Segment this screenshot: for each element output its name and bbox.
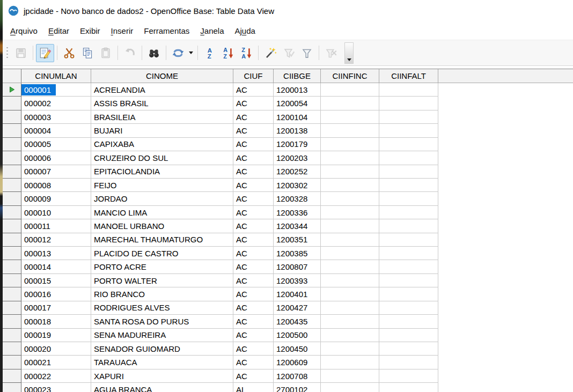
row-header[interactable] [3,287,21,301]
cell-ciinfinc[interactable] [321,192,379,205]
cell-ciinfalt[interactable] [379,206,438,219]
cell-ciinfinc[interactable] [321,329,379,342]
autofilter-icon[interactable] [261,44,280,62]
cell-ciinfinc[interactable] [321,110,379,124]
cell-cinumlan[interactable]: 000018 [21,315,91,328]
cell-ciibge[interactable]: 1200427 [274,301,321,315]
cell-ciinfalt[interactable] [379,301,438,315]
cell-cinumlan[interactable]: 000015 [21,274,91,287]
cell-ciuf[interactable]: AC [233,165,274,179]
cell-ciuf[interactable]: AC [233,260,274,273]
cell-cinome[interactable]: SENA MADUREIRA [91,329,233,342]
menu-ajuda[interactable]: Ajuda [230,24,261,38]
cell-ciinfalt[interactable] [379,274,438,287]
cell-cinome[interactable]: PORTO ACRE [91,260,233,273]
row-header[interactable] [3,83,21,97]
cell-ciinfalt[interactable] [379,383,438,392]
cell-ciibge[interactable]: 1200179 [274,138,321,151]
cell-ciibge[interactable]: 1200393 [274,274,321,287]
cell-ciuf[interactable]: AC [233,247,274,260]
cell-ciuf[interactable]: AL [233,383,274,392]
row-header-corner[interactable] [3,69,21,83]
cell-ciuf[interactable]: AC [233,369,274,383]
cell-ciibge[interactable]: 1200401 [274,287,321,301]
toolbar-drag-handle[interactable] [5,47,10,60]
cell-ciinfinc[interactable] [321,356,379,369]
cell-ciinfalt[interactable] [379,124,438,137]
cell-cinome[interactable]: ASSIS BRASIL [91,97,233,110]
cell-ciinfalt[interactable] [379,151,438,165]
sort-ascending-icon[interactable]: AZ [219,44,237,62]
cell-ciibge[interactable]: 1200344 [274,219,321,233]
cell-ciinfinc[interactable] [321,97,379,110]
cell-cinumlan[interactable]: 000021 [21,356,91,369]
cell-ciinfalt[interactable] [379,165,438,179]
cell-ciinfalt[interactable] [379,233,438,247]
cell-ciuf[interactable]: AC [233,124,274,137]
cell-ciuf[interactable]: AC [233,329,274,342]
cell-ciinfalt[interactable] [379,329,438,342]
find-record-icon[interactable] [145,44,163,62]
cell-cinome[interactable]: CAPIXABA [91,138,233,151]
cell-ciibge[interactable]: 1200807 [274,260,321,273]
menu-janela[interactable]: Janela [195,24,229,38]
row-header[interactable] [3,315,21,328]
cell-ciinfinc[interactable] [321,315,379,328]
cell-cinome[interactable]: ACRELANDIA [91,83,233,97]
cell-cinome[interactable]: FEIJO [91,179,233,192]
cell-ciinfinc[interactable] [321,342,379,356]
cell-ciinfinc[interactable] [321,151,379,165]
menu-editar[interactable]: Editar [43,24,75,38]
row-header[interactable] [3,219,21,233]
cell-ciuf[interactable]: AC [233,179,274,192]
cell-cinome[interactable]: PORTO WALTER [91,274,233,287]
cell-cinome[interactable]: SENADOR GUIOMARD [91,342,233,356]
cell-ciuf[interactable]: AC [233,287,274,301]
cell-ciinfalt[interactable] [379,247,438,260]
cell-ciuf[interactable]: AC [233,83,274,97]
cell-ciibge[interactable]: 1200450 [274,342,321,356]
cell-cinumlan[interactable]: 000008 [21,179,91,192]
cell-cinome[interactable]: TARAUACA [91,356,233,369]
sort-descending-icon[interactable]: ZA [237,44,255,62]
cell-cinumlan[interactable]: 000020 [21,342,91,356]
cell-ciinfalt[interactable] [379,110,438,124]
menu-exibir[interactable]: Exibir [75,24,106,38]
column-header-ciuf[interactable]: CIUF [233,69,274,83]
cell-cinumlan[interactable]: 000014 [21,260,91,273]
cell-cinome[interactable]: BUJARI [91,124,233,137]
row-header[interactable] [3,301,21,315]
cell-cinumlan[interactable]: 000011 [21,219,91,233]
cell-ciinfalt[interactable] [379,138,438,151]
cell-cinome[interactable]: SANTA ROSA DO PURUS [91,315,233,328]
cell-ciinfalt[interactable] [379,219,438,233]
edit-data-icon[interactable] [36,44,54,62]
row-header[interactable] [3,383,21,392]
cell-cinome[interactable]: RIO BRANCO [91,287,233,301]
cell-ciuf[interactable]: AC [233,301,274,315]
cell-cinumlan[interactable]: 000007 [21,165,91,179]
row-header[interactable] [3,110,21,124]
cell-ciinfalt[interactable] [379,287,438,301]
cell-cinumlan[interactable]: 000004 [21,124,91,137]
cell-ciinfinc[interactable] [321,369,379,383]
row-header[interactable] [3,179,21,192]
cell-cinumlan[interactable]: 000019 [21,329,91,342]
cell-cinome[interactable]: XAPURI [91,369,233,383]
cell-cinumlan[interactable]: 000003 [21,110,91,124]
cell-ciinfinc[interactable] [321,260,379,273]
cell-ciuf[interactable]: AC [233,356,274,369]
row-header[interactable] [3,138,21,151]
cell-ciinfalt[interactable] [379,83,438,97]
cell-ciuf[interactable]: AC [233,315,274,328]
refresh-dropdown-caret[interactable] [187,44,195,62]
cell-cinumlan[interactable]: 000009 [21,192,91,205]
cell-ciibge[interactable]: 1200708 [274,369,321,383]
cell-ciinfinc[interactable] [321,247,379,260]
cell-cinome[interactable]: CRUZEIRO DO SUL [91,151,233,165]
cell-ciibge[interactable]: 1200385 [274,247,321,260]
cell-ciuf[interactable]: AC [233,110,274,124]
cell-cinumlan[interactable]: 000005 [21,138,91,151]
cell-cinome[interactable]: AGUA BRANCA [91,383,233,392]
cut-icon[interactable] [60,44,78,62]
